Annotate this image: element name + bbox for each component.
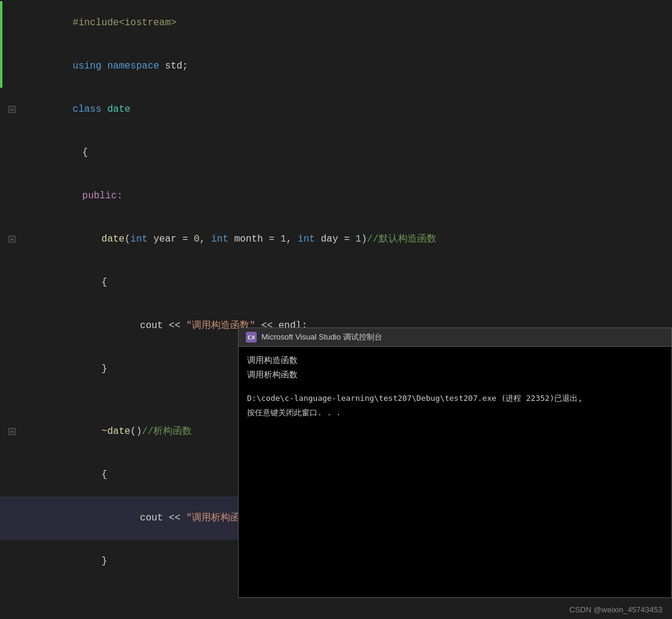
gutter-13 — [2, 496, 22, 540]
console-output-line-2: 调用析构函数 — [247, 367, 663, 382]
console-body: 调用构造函数 调用析构函数 D:\code\c-language-learnin… — [239, 347, 671, 597]
kw-using: using — [73, 61, 108, 72]
code-line-6: - date(int year = 0, int month = 1, int … — [0, 218, 672, 261]
console-output-line-1: 调用构造函数 — [247, 353, 663, 367]
console-path-line: D:\code\c-language-learning\test207\Debu… — [247, 391, 663, 406]
collapse-11[interactable]: - — [8, 428, 16, 435]
gutter-1 — [2, 1, 22, 44]
gutter-3: - — [2, 88, 22, 131]
gutter-10 — [2, 391, 22, 410]
cout-2: cout — [140, 513, 169, 523]
watermark-text: CSDN @weixin_45743453 — [569, 605, 662, 614]
code-line-4: { — [0, 131, 672, 174]
kw-int-1: int — [130, 234, 148, 245]
comma-2: , — [286, 234, 298, 245]
code-line-2: using namespace std; — [0, 44, 672, 88]
paren-close-6: ) — [361, 234, 367, 245]
code-line-1: #include<iostream> — [0, 1, 672, 44]
preprocessor-include: #include — [73, 17, 119, 28]
console-note-line: 按任意键关闭此窗口. . . — [247, 406, 663, 420]
kw-class: class — [73, 104, 108, 115]
line-content-3: class date — [22, 88, 672, 131]
gutter-16 — [2, 602, 22, 619]
brace-open-4: { — [82, 147, 88, 158]
console-spacer — [247, 382, 663, 391]
line-content-2: using namespace std; — [22, 44, 672, 88]
brace-close-9: } — [102, 364, 108, 374]
param-year: year = — [148, 234, 194, 245]
param-day: day = — [315, 234, 355, 245]
output-text-2: 调用析构函数 — [247, 370, 298, 379]
gutter-6: - — [2, 218, 22, 261]
kw-public: public: — [82, 191, 123, 201]
fn-dtor: date — [107, 426, 130, 437]
collapse-6[interactable]: - — [8, 236, 16, 243]
watermark: CSDN @weixin_45743453 — [569, 605, 662, 614]
gutter-14 — [2, 540, 22, 583]
gutter-7 — [2, 261, 22, 304]
gutter-9 — [2, 347, 22, 391]
line-content-6: date(int year = 0, int month = 1, int da… — [22, 218, 672, 261]
paren-open-6: ( — [124, 234, 130, 245]
gutter-12 — [2, 453, 22, 496]
comma-1: , — [200, 234, 211, 245]
comment-default-ctor: //默认构造函数 — [367, 234, 436, 245]
console-window: C# Microsoft Visual Studio 调试控制台 调用构造函数 … — [238, 328, 672, 598]
vs-icon: C# — [246, 332, 257, 343]
op-shift-3: << — [169, 513, 186, 523]
output-text-1: 调用构造函数 — [247, 355, 298, 365]
op-shift-1: << — [169, 320, 186, 331]
kw-namespace: namespace — [107, 61, 165, 72]
num-0: 0 — [194, 234, 200, 245]
cout-1: cout — [140, 320, 169, 331]
code-line-7: { — [0, 261, 672, 304]
code-line-5: public: — [0, 174, 672, 218]
parens-dtor: () — [130, 426, 142, 437]
line-content-5: public: — [22, 174, 672, 218]
brace-close-14: } — [102, 556, 108, 567]
line-content-1: #include<iostream> — [22, 1, 672, 44]
comment-dtor: //析构函数 — [142, 426, 192, 437]
kw-int-3: int — [298, 234, 315, 245]
console-titlebar: C# Microsoft Visual Studio 调试控制台 — [239, 328, 671, 347]
num-1a: 1 — [281, 234, 287, 245]
num-1b: 1 — [355, 234, 361, 245]
tilde-dtor: ~ — [102, 426, 108, 437]
kw-int-2: int — [211, 234, 228, 245]
gutter-4 — [2, 131, 22, 174]
collapse-3[interactable]: - — [8, 106, 16, 113]
classname-date: date — [107, 104, 130, 115]
vs-icon-label: C# — [248, 334, 255, 341]
gutter-5 — [2, 174, 22, 218]
line-content-7: { — [22, 261, 672, 304]
gutter-2 — [2, 44, 22, 88]
brace-open-12: { — [102, 469, 108, 480]
console-title: Microsoft Visual Studio 调试控制台 — [261, 332, 382, 343]
ns-std: std; — [165, 61, 188, 72]
code-line-3: - class date — [0, 88, 672, 131]
line-content-4: { — [22, 131, 672, 174]
fn-date-constructor: date — [102, 234, 124, 245]
brace-open-7: { — [102, 277, 108, 288]
include-value: <iostream> — [119, 17, 177, 28]
gutter-15 — [2, 583, 22, 602]
gutter-8 — [2, 304, 22, 347]
gutter-11: - — [2, 410, 22, 453]
param-month: month = — [228, 234, 280, 245]
